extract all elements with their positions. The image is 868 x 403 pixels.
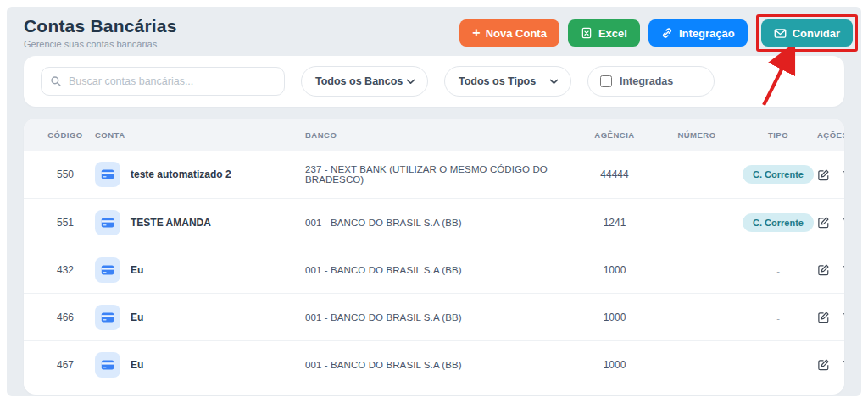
credit-card-icon [95, 305, 120, 330]
account-code: 467 [36, 359, 95, 371]
chevron-down-icon [549, 79, 559, 85]
envelope-icon [774, 28, 787, 39]
bank-name: 001 - BANCO DO BRASIL S.A (BB) [305, 265, 575, 275]
account-type-cell: - [739, 310, 817, 325]
account-name-cell: teste automatizado 2 [95, 162, 305, 187]
type-filter-dropdown[interactable]: Todos os Tipos [444, 66, 571, 97]
column-header-tipo: TIPO [739, 130, 817, 140]
account-type-badge: - [776, 313, 780, 323]
delete-button[interactable] [842, 311, 844, 323]
bank-name: 237 - NEXT BANK (UTILIZAR O MESMO CÓDIGO… [305, 164, 575, 185]
account-type-badge: - [776, 361, 780, 371]
credit-card-icon [95, 257, 120, 283]
column-header-banco: BANCO [305, 130, 575, 140]
bank-name: 001 - BANCO DO BRASIL S.A (BB) [305, 312, 575, 323]
account-name-cell: Eu [95, 352, 305, 378]
trash-icon [842, 311, 844, 323]
account-type-badge: - [776, 266, 780, 276]
new-account-button[interactable]: + Nova Conta [459, 19, 559, 47]
trash-icon [842, 358, 844, 371]
account-code: 466 [36, 312, 95, 323]
table-row: 550 teste automatizado 2 237 - NEXT BANK… [24, 151, 844, 198]
bank-filter-dropdown[interactable]: Todos os Bancos [301, 66, 428, 97]
edit-button[interactable] [817, 263, 830, 276]
account-name: Eu [131, 359, 143, 371]
agency-number: 1000 [575, 264, 654, 276]
table-row: 551 TESTE AMANDA 001 - BANCO DO BRASIL S… [24, 198, 844, 246]
excel-button-label: Excel [598, 27, 627, 40]
agency-number: 1000 [575, 359, 654, 371]
agency-number: 1241 [575, 217, 654, 229]
edit-pencil-icon [817, 311, 830, 323]
search-input[interactable] [41, 67, 285, 96]
row-actions [817, 263, 844, 276]
delete-button[interactable] [842, 216, 844, 229]
account-code: 551 [36, 217, 95, 229]
edit-pencil-icon [817, 168, 830, 181]
account-name: TESTE AMANDA [131, 217, 211, 229]
bank-name: 001 - BANCO DO BRASIL S.A (BB) [305, 218, 575, 228]
edit-pencil-icon [817, 216, 830, 229]
page-title: Contas Bancárias [24, 16, 177, 36]
account-type-cell: C. Corrente [739, 213, 817, 232]
filter-bar: Todos os Bancos Todos os Tipos Integrada… [24, 56, 844, 107]
edit-button[interactable] [817, 216, 830, 229]
trash-icon [842, 216, 844, 229]
invite-button-label: Convidar [793, 27, 840, 40]
table-header-row: CÓDIGO CONTA BANCO AGÊNCIA NÚMERO TIPO A… [24, 119, 844, 151]
credit-card-icon [95, 210, 120, 235]
account-type-cell: - [739, 262, 817, 278]
table-row: 466 Eu 001 - BANCO DO BRASIL S.A (BB) 1 [24, 293, 844, 340]
annotation-highlight-box: Convidar [756, 14, 858, 52]
integrated-checkbox[interactable] [600, 75, 612, 87]
integration-button-label: Integração [679, 27, 735, 40]
edit-pencil-icon [817, 358, 830, 371]
column-header-acoes: AÇÕES [817, 130, 844, 140]
account-name-cell: TESTE AMANDA [95, 210, 305, 235]
column-header-numero: NÚMERO [654, 130, 739, 140]
row-actions [817, 311, 844, 323]
delete-button[interactable] [842, 263, 844, 276]
account-type-cell: C. Corrente [739, 165, 817, 184]
account-name-cell: Eu [95, 305, 305, 330]
invite-button[interactable]: Convidar [761, 19, 853, 47]
edit-button[interactable] [817, 311, 830, 323]
link-icon [661, 27, 673, 39]
account-name: Eu [131, 312, 143, 323]
delete-button[interactable] [842, 358, 844, 371]
new-account-button-label: Nova Conta [486, 27, 547, 40]
integration-button[interactable]: Integração [648, 19, 748, 47]
chevron-down-icon [406, 79, 415, 85]
integrated-checkbox-label: Integradas [620, 75, 673, 87]
row-actions [817, 168, 844, 181]
edit-button[interactable] [817, 358, 830, 371]
column-header-conta: CONTA [95, 130, 305, 140]
account-type-badge: C. Corrente [743, 213, 814, 232]
row-actions [817, 358, 844, 371]
app-background: Contas Bancárias Gerencie suas contas ba… [7, 7, 861, 396]
delete-button[interactable] [842, 168, 844, 181]
table-body: 550 teste automatizado 2 237 - NEXT BANK… [24, 151, 844, 388]
type-filter-value: Todos os Tipos [459, 75, 536, 87]
account-name-cell: Eu [95, 257, 305, 283]
account-name: teste automatizado 2 [131, 168, 231, 180]
plus-icon: + [472, 26, 480, 40]
edit-button[interactable] [817, 168, 830, 181]
integrated-filter: Integradas [587, 66, 715, 97]
account-code: 550 [36, 168, 95, 180]
table-row: 467 Eu 001 - BANCO DO BRASIL S.A (BB) 1 [24, 340, 844, 388]
trash-icon [842, 263, 844, 276]
credit-card-icon [95, 162, 120, 187]
search-icon [50, 75, 62, 87]
trash-icon [842, 168, 844, 181]
spreadsheet-file-icon [581, 27, 593, 39]
bank-name: 001 - BANCO DO BRASIL S.A (BB) [305, 360, 575, 370]
edit-pencil-icon [817, 263, 830, 276]
agency-number: 44444 [575, 168, 654, 180]
search-field-wrapper [41, 67, 285, 96]
credit-card-icon [95, 352, 120, 378]
page-subtitle: Gerencie suas contas bancárias [24, 39, 177, 49]
account-name: Eu [131, 264, 143, 276]
account-code: 432 [36, 264, 95, 276]
excel-export-button[interactable]: Excel [568, 19, 640, 47]
